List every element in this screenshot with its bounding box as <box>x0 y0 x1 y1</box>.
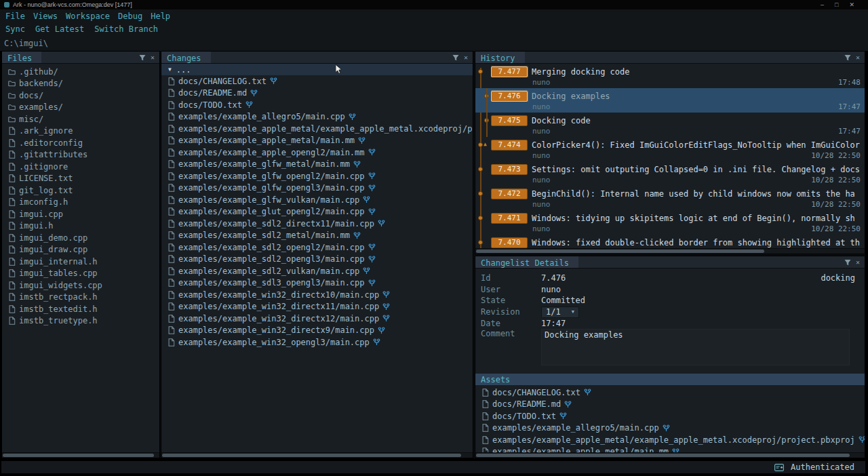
file-tree-row[interactable]: imgui_demo.cpp <box>2 232 159 244</box>
history-row[interactable]: ▲ 7.471 Windows: tidying up skipitems lo… <box>475 210 865 235</box>
scrollbar-thumb[interactable] <box>476 250 764 253</box>
assets-section-header[interactable]: Assets <box>475 374 865 385</box>
close-button[interactable]: ✕ <box>849 1 854 8</box>
revision-badge[interactable]: 7.475 <box>491 115 528 126</box>
revision-badge[interactable]: 7.477 <box>491 66 528 77</box>
history-row[interactable]: ▲ 7.472 BeginChild(): Internal name used… <box>475 186 865 210</box>
close-icon[interactable]: ✕ <box>856 54 860 61</box>
asset-row[interactable]: docs/README.md <box>475 399 865 411</box>
asset-row[interactable]: docs/CHANGELOG.txt <box>475 386 865 399</box>
changed-file-row[interactable]: examples/example_allegro5/main.cpp <box>161 111 473 123</box>
revision-badge[interactable]: 7.471 <box>491 213 528 224</box>
file-tree-row[interactable]: imgui.cpp <box>2 208 159 220</box>
scrollbar-thumb[interactable] <box>476 454 850 457</box>
file-tree-row[interactable]: imstb_truetype.h <box>2 315 159 328</box>
file-tree-row[interactable]: imstb_textedit.h <box>2 303 159 315</box>
file-tree-row[interactable]: imgui.h <box>2 220 159 233</box>
close-icon[interactable]: ✕ <box>856 259 860 266</box>
file-tree-row[interactable]: imgui_tables.cpp <box>2 268 159 280</box>
changed-file-row[interactable]: examples/example_sdl2_opengl3/main.cpp <box>161 254 473 266</box>
changed-file-row[interactable]: examples/example_glfw_metal/main.mm <box>161 159 473 171</box>
file-tree-row[interactable]: examples/ <box>2 102 159 114</box>
file-tree-row[interactable]: imgui_widgets.cpp <box>2 279 159 292</box>
file-tree-row[interactable]: .gitignore <box>2 161 159 173</box>
menu-item[interactable]: Workspace <box>66 12 110 21</box>
file-tree-row[interactable]: imstb_rectpack.h <box>2 292 159 304</box>
changed-file-row[interactable]: examples/example_sdl2_metal/main.mm <box>161 230 473 242</box>
asset-row[interactable]: examples/example_allegro5/main.cpp <box>475 422 865 435</box>
toolbar-button[interactable]: Sync <box>5 24 25 34</box>
changed-file-row[interactable]: docs/TODO.txt <box>161 99 473 111</box>
file-tree-row[interactable]: .editorconfig <box>2 137 159 149</box>
changed-file-row[interactable]: examples/example_glfw_opengl2/main.cpp <box>161 170 473 182</box>
filter-icon[interactable] <box>844 259 851 266</box>
changed-file-row[interactable]: docs/CHANGELOG.txt <box>161 75 473 87</box>
changed-file-row[interactable]: examples/example_win32_opengl3/main.cpp <box>161 336 473 349</box>
history-panel-tab[interactable]: History <box>475 52 525 63</box>
field-control[interactable]: Committed ▼ <box>541 296 585 305</box>
revision-badge[interactable]: 7.474 <box>491 140 528 151</box>
toolbar-button[interactable]: Get Latest <box>35 24 84 34</box>
history-row[interactable]: ▲ 7.474 ColorPicker4(): Fixed ImGuiColor… <box>475 137 865 161</box>
changed-file-row[interactable]: examples/example_win32_directx10/main.cp… <box>161 289 473 301</box>
revision-badge[interactable]: 7.473 <box>491 164 528 175</box>
file-tree-row[interactable]: misc/ <box>2 113 159 125</box>
file-tree-row[interactable]: imconfig.h <box>2 197 159 209</box>
maximize-button[interactable]: □ <box>835 1 838 8</box>
changes-root-row[interactable]: ▼ ... <box>161 64 473 75</box>
dropdown-arrow-icon[interactable]: ▼ <box>572 309 574 315</box>
file-tree-row[interactable]: git_log.txt <box>2 184 159 197</box>
history-row[interactable]: ▲ 7.477 Merging docking code nuno 17:48 <box>475 64 865 88</box>
file-tree-row[interactable]: imgui_internal.h <box>2 256 159 268</box>
asset-row[interactable]: examples/example_apple_metal/example_app… <box>475 434 865 446</box>
asset-row[interactable]: examples/example_apple_metal/main.mm <box>475 446 865 453</box>
file-tree-row[interactable]: .github/ <box>2 66 159 78</box>
changed-file-row[interactable]: examples/example_apple_opengl2/main.mm <box>161 146 473 159</box>
field-control[interactable]: 7.476 ▼ <box>541 273 566 283</box>
changed-file-row[interactable]: examples/example_sdl2_opengl2/main.cpp <box>161 241 473 254</box>
files-panel-tab[interactable]: Files <box>2 52 41 63</box>
changed-file-row[interactable]: examples/example_win32_directx9/main.cpp <box>161 325 473 337</box>
file-tree-row[interactable]: backends/ <box>2 78 159 90</box>
changed-file-row[interactable]: examples/example_glfw_opengl3/main.cpp <box>161 182 473 195</box>
asset-row[interactable]: docs/TODO.txt <box>475 410 865 422</box>
field-control[interactable]: 1/1 ▼ <box>541 306 579 318</box>
file-tree-row[interactable]: LICENSE.txt <box>2 173 159 185</box>
field-control[interactable]: Docking examples ▼ <box>541 329 850 365</box>
file-tree-row[interactable]: imgui_draw.cpp <box>2 244 159 256</box>
changed-file-row[interactable]: examples/example_apple_metal/main.mm <box>161 135 473 147</box>
menu-item[interactable]: Debug <box>118 12 142 21</box>
history-row[interactable]: ▲ 7.475 Docking code nuno 17:47 <box>475 113 865 137</box>
menu-item[interactable]: Views <box>33 12 58 21</box>
revision-badge[interactable]: 7.470 <box>491 237 528 248</box>
history-row[interactable]: ▲ 7.470 Windows: fixed double-clicked bo… <box>475 235 865 248</box>
minimize-button[interactable]: – <box>821 1 824 8</box>
filter-icon[interactable] <box>452 54 459 61</box>
scrollbar-thumb[interactable] <box>162 454 461 457</box>
revision-badge[interactable]: 7.472 <box>491 189 528 199</box>
toolbar-button[interactable]: Switch Branch <box>94 24 158 34</box>
menu-item[interactable]: Help <box>151 12 170 21</box>
details-panel-tab[interactable]: Changelist Details <box>475 256 578 268</box>
file-tree-row[interactable]: .ark_ignore <box>2 125 159 138</box>
revision-badge[interactable]: 7.476 <box>491 91 528 102</box>
changed-file-row[interactable]: examples/example_glfw_vulkan/main.cpp <box>161 194 473 206</box>
changed-file-row[interactable]: examples/example_win32_directx12/main.cp… <box>161 313 473 325</box>
changed-file-row[interactable]: examples/example_apple_metal/example_app… <box>161 123 473 135</box>
changed-file-row[interactable]: examples/example_sdl3_opengl3/main.cpp <box>161 277 473 290</box>
menu-item[interactable]: File <box>5 12 25 21</box>
file-tree-row[interactable]: .gitattributes <box>2 149 159 161</box>
changes-panel-tab[interactable]: Changes <box>161 52 211 63</box>
filter-icon[interactable] <box>139 54 146 61</box>
changed-file-row[interactable]: docs/README.md <box>161 87 473 100</box>
changed-file-row[interactable]: examples/example_sdl2_vulkan/main.cpp <box>161 265 473 277</box>
history-row[interactable]: ▲ 7.476 Docking examples nuno 17:47 <box>475 88 865 113</box>
changed-file-row[interactable]: examples/example_glut_opengl2/main.cpp <box>161 206 473 218</box>
changed-file-row[interactable]: examples/example_sdl2_directx11/main.cpp <box>161 218 473 230</box>
close-icon[interactable]: ✕ <box>151 54 155 61</box>
history-row[interactable]: ▲ 7.473 Settings: omit outputing Collaps… <box>475 161 865 186</box>
close-icon[interactable]: ✕ <box>464 54 468 61</box>
changed-file-row[interactable]: examples/example_win32_directx11/main.cp… <box>161 301 473 313</box>
expander-icon[interactable]: ▼ <box>168 66 172 73</box>
scrollbar-thumb[interactable] <box>3 454 154 457</box>
